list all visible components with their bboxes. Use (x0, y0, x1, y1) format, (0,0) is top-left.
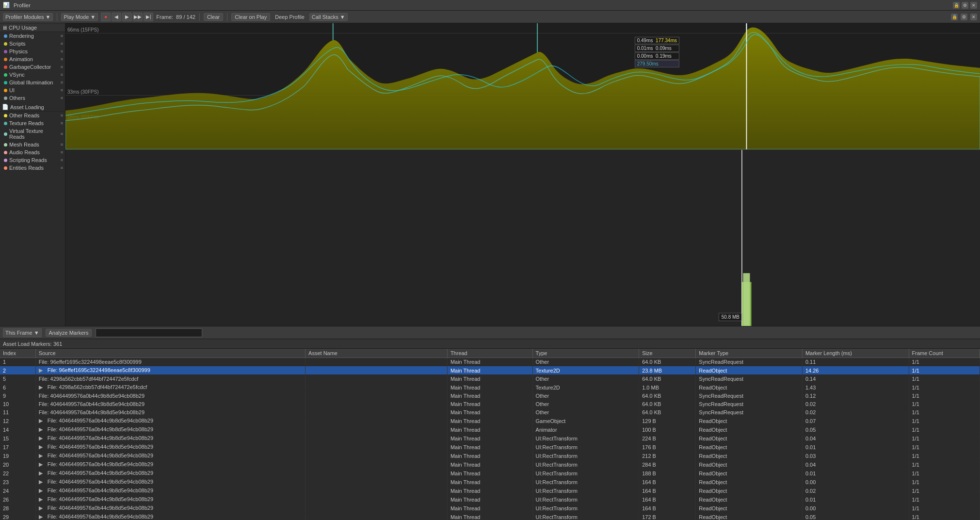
col-size[interactable]: Size (639, 349, 696, 358)
dot-scripting-reads (4, 159, 7, 162)
record-btn[interactable]: ● (101, 13, 111, 21)
cell-frame-count: 1/1 (909, 504, 980, 513)
table-row[interactable]: 12 ▶File: 40464499576a0b44c9b8d5e94cb08b… (0, 417, 980, 425)
prev-frame-btn[interactable]: ◀ (112, 13, 121, 21)
table-row[interactable]: 11 File: 40464499576a0b44c9b8d5e94cb08b2… (0, 408, 980, 417)
sidebar-item-vsync[interactable]: VSync ≡ (0, 71, 65, 79)
table-row[interactable]: 20 ▶File: 40464499576a0b44c9b8d5e94cb08b… (0, 460, 980, 469)
window-gear-btn[interactable]: ⚙ (962, 2, 968, 9)
col-index[interactable]: Index (0, 349, 35, 358)
table-row[interactable]: 1 File: 96effef1695c3224498eeae5c8f30099… (0, 358, 980, 366)
frame-dropdown[interactable]: This Frame ▼ (3, 328, 42, 337)
toolbar-close-icon[interactable]: ✕ (970, 14, 977, 20)
sidebar-item-ui[interactable]: UI ≡ (0, 86, 65, 94)
play-mode-dropdown[interactable]: Play Mode ▼ (61, 13, 98, 21)
cell-thread: Main Thread (447, 417, 532, 425)
analyze-markers-btn[interactable]: Analyze Markers (46, 329, 92, 337)
sidebar-item-gc[interactable]: GarbageCollector ≡ (0, 63, 65, 71)
cell-thread: Main Thread (447, 400, 532, 408)
cell-index: 10 (0, 400, 35, 408)
table-row[interactable]: 17 ▶File: 40464499576a0b44c9b8d5e94cb08b… (0, 443, 980, 452)
next-frame-btn[interactable]: ▶▶ (133, 13, 143, 21)
sidebar-item-mesh-reads[interactable]: Mesh Reads ≡ (0, 141, 65, 148)
window-close-btn[interactable]: ✕ (970, 2, 977, 9)
sidebar-item-audio-reads[interactable]: Audio Reads ≡ (0, 148, 65, 156)
play-pause-btn[interactable]: ▶ (122, 13, 132, 21)
cell-marker-type: ReadObject (696, 469, 803, 478)
col-asset-name[interactable]: Asset Name (305, 349, 448, 358)
chart-area[interactable]: 66ms (15FPS) 33ms (30FPS) 16ms (60FPS) (65, 23, 980, 326)
table-row[interactable]: 10 File: 40464499576a0b44c9b8d5e94cb08b2… (0, 400, 980, 408)
sidebar-item-physics[interactable]: Physics ≡ (0, 48, 65, 55)
sidebar-item-scripts[interactable]: Scripts ≡ (0, 40, 65, 48)
table-row[interactable]: 28 ▶File: 40464499576a0b44c9b8d5e94cb08b… (0, 504, 980, 513)
col-marker-type[interactable]: Marker Type (696, 349, 803, 358)
col-thread[interactable]: Thread (447, 349, 532, 358)
col-source[interactable]: Source (35, 349, 305, 358)
cell-marker-type: ReadObject (696, 513, 803, 520)
chart-container: 66ms (15FPS) 33ms (30FPS) 16ms (60FPS) (65, 23, 980, 326)
cell-thread: Main Thread (447, 452, 532, 460)
sidebar-item-gi[interactable]: Global Illumination ≡ (0, 79, 65, 86)
sidebar-item-other-reads[interactable]: Other Reads ≡ (0, 112, 65, 119)
call-stacks-dropdown[interactable]: Call Stacks ▼ (309, 13, 348, 21)
cell-type: Other (532, 400, 639, 408)
table-row[interactable]: 29 ▶File: 40464499576a0b44c9b8d5e94cb08b… (0, 513, 980, 520)
cell-index: 9 (0, 392, 35, 400)
toolbar-gear-icon[interactable]: ⚙ (961, 14, 967, 20)
cell-source: ▶File: 40464499576a0b44c9b8d5e94cb08b29 (35, 417, 305, 425)
data-table[interactable]: Index Source Asset Name Thread Type Size… (0, 349, 980, 520)
asset-loading-header[interactable]: 📄 Asset Loading (0, 102, 65, 112)
table-row[interactable]: 23 ▶File: 40464499576a0b44c9b8d5e94cb08b… (0, 478, 980, 487)
sidebar-item-entities-reads[interactable]: Entities Reads ≡ (0, 164, 65, 172)
search-input[interactable] (96, 328, 202, 337)
cpu-usage-header[interactable]: 🖥 CPU Usage (0, 23, 65, 32)
cell-marker-length: 1.43 (802, 383, 909, 392)
table-row[interactable]: 5 File: 4298a562cbb57df44bf724472e5fcdcf… (0, 375, 980, 383)
deep-profile-btn[interactable]: Deep Profile (273, 14, 306, 20)
table-row[interactable]: 26 ▶File: 40464499576a0b44c9b8d5e94cb08b… (0, 495, 980, 504)
table-row[interactable]: 24 ▶File: 40464499576a0b44c9b8d5e94cb08b… (0, 487, 980, 495)
sidebar-item-virtual-texture-reads[interactable]: Virtual Texture Reads ≡ (0, 127, 65, 141)
cell-marker-type: SyncReadRequest (696, 358, 803, 366)
frame-dropdown-arrow: ▼ (34, 330, 39, 336)
col-marker-length[interactable]: Marker Length (ms) (802, 349, 909, 358)
cell-source: ▶File: 40464499576a0b44c9b8d5e94cb08b29 (35, 452, 305, 460)
cell-frame-count: 1/1 (909, 366, 980, 375)
window-lock-btn[interactable]: 🔒 (953, 2, 960, 9)
label-texture-reads: Texture Reads (9, 120, 60, 126)
table-row[interactable]: 2 ▶File: 96effef1695c3224498eeae5c8f3009… (0, 366, 980, 375)
profiler-title: Profiler (14, 2, 31, 8)
table-row[interactable]: 15 ▶File: 40464499576a0b44c9b8d5e94cb08b… (0, 434, 980, 443)
sidebar-item-others[interactable]: Others ≡ (0, 94, 65, 102)
sidebar-item-rendering[interactable]: Rendering ≡ (0, 32, 65, 40)
cell-marker-length: 0.03 (802, 452, 909, 460)
table-row[interactable]: 6 ▶File: 4298a562cbb57df44bf724472e5fcdc… (0, 383, 980, 392)
table-row[interactable]: 19 ▶File: 40464499576a0b44c9b8d5e94cb08b… (0, 452, 980, 460)
bar-virtual-texture-reads: ≡ (61, 131, 63, 136)
clear-on-play-btn[interactable]: Clear on Play (231, 13, 270, 21)
sidebar-item-animation[interactable]: Animation ≡ (0, 55, 65, 63)
cell-type: Other (532, 375, 639, 383)
profiler-modules-btn[interactable]: Profiler Modules ▼ (3, 13, 53, 21)
cell-frame-count: 1/1 (909, 434, 980, 443)
toolbar-lock-icon[interactable]: 🔒 (951, 14, 958, 20)
col-frame-count[interactable]: Frame Count (909, 349, 980, 358)
cell-index: 26 (0, 495, 35, 504)
cell-size: 172 B (639, 513, 696, 520)
label-physics: Physics (9, 49, 60, 54)
table-row[interactable]: 14 ▶File: 40464499576a0b44c9b8d5e94cb08b… (0, 425, 980, 434)
cell-index: 12 (0, 417, 35, 425)
frame-label: Frame: (156, 14, 173, 20)
cpu-chart-svg (65, 23, 980, 149)
table-row[interactable]: 9 File: 40464499576a0b44c9b8d5e94cb08b29… (0, 392, 980, 400)
cell-index: 24 (0, 487, 35, 495)
step-forward-btn[interactable]: ▶| (144, 13, 153, 21)
col-type[interactable]: Type (532, 349, 639, 358)
table-row[interactable]: 22 ▶File: 40464499576a0b44c9b8d5e94cb08b… (0, 469, 980, 478)
cell-thread: Main Thread (447, 366, 532, 375)
sidebar-item-texture-reads[interactable]: Texture Reads ≡ (0, 119, 65, 127)
table-body: 1 File: 96effef1695c3224498eeae5c8f30099… (0, 358, 980, 520)
clear-btn[interactable]: Clear (204, 13, 223, 21)
sidebar-item-scripting-reads[interactable]: Scripting Reads ≡ (0, 156, 65, 164)
